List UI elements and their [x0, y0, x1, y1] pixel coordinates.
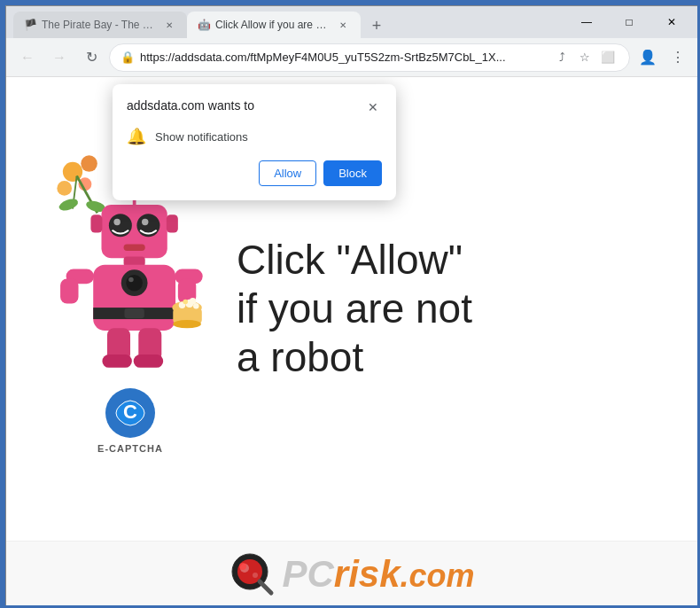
allow-button[interactable]: Allow — [259, 160, 316, 186]
minimize-button[interactable]: — — [566, 9, 607, 35]
svg-line-48 — [260, 581, 271, 593]
svg-rect-41 — [134, 355, 163, 368]
new-tab-button[interactable]: + — [364, 13, 389, 38]
website-text-line2: if you are not — [237, 285, 472, 331]
tab2-close-button[interactable]: ✕ — [336, 18, 350, 32]
lock-icon: 🔒 — [121, 51, 135, 64]
svg-point-22 — [126, 274, 143, 291]
popup-notification-row: 🔔 Show notifications — [127, 127, 382, 146]
popup-close-button[interactable]: ✕ — [364, 98, 382, 116]
tab2-favicon: 🤖 — [198, 19, 210, 31]
tab1-favicon: 🏴 — [24, 19, 36, 31]
website-text-line3: a robot — [237, 334, 363, 380]
captcha-icon: C — [104, 386, 157, 440]
tabs-area: 🏴 The Pirate Bay - The galaxy's mo ✕ 🤖 C… — [13, 6, 559, 38]
back-button[interactable]: ← — [13, 43, 42, 72]
split-view-icon[interactable]: ⬜ — [597, 47, 618, 68]
tab2-title: Click Allow if you are not a robot — [215, 19, 331, 31]
url-text: https://addsdata.com/ftMpMeyF4M0U5_yuT5S… — [140, 51, 546, 64]
svg-point-32 — [173, 320, 201, 328]
svg-rect-13 — [124, 244, 145, 250]
pcrisk-footer: PCrisk.com — [6, 541, 699, 607]
notification-label: Show notifications — [155, 130, 248, 144]
pcrisk-logo: PCrisk.com — [230, 552, 474, 596]
svg-point-12 — [142, 218, 148, 224]
svg-rect-27 — [60, 278, 78, 303]
pcrisk-risk-text: risk — [334, 553, 401, 595]
page-content: addsdata.com wants to ✕ 🔔 Show notificat… — [6, 77, 699, 607]
address-actions: ⤴ ☆ ⬜ — [551, 47, 618, 68]
svg-point-47 — [253, 573, 258, 578]
tab1-close-button[interactable]: ✕ — [162, 18, 176, 32]
maximize-button[interactable]: □ — [609, 9, 649, 35]
captcha-area: C E-CAPTCHA — [80, 378, 181, 472]
navigation-bar: ← → ↻ 🔒 https://addsdata.com/ftMpMeyF4M0… — [6, 38, 699, 77]
svg-point-49 — [239, 563, 246, 570]
svg-rect-18 — [167, 214, 178, 232]
close-button[interactable]: ✕ — [651, 9, 692, 35]
svg-point-11 — [113, 218, 120, 224]
block-button[interactable]: Block — [323, 160, 382, 186]
svg-text:C: C — [123, 401, 137, 423]
profile-icon[interactable]: 👤 — [634, 43, 662, 72]
tab-clickallow[interactable]: 🤖 Click Allow if you are not a robot ✕ — [187, 12, 361, 38]
notification-popup: addsdata.com wants to ✕ 🔔 Show notificat… — [113, 84, 396, 200]
svg-point-37 — [190, 297, 196, 303]
share-icon[interactable]: ⤴ — [551, 47, 572, 68]
svg-rect-40 — [102, 355, 131, 368]
window-controls: — □ ✕ — [566, 9, 692, 35]
popup-header: addsdata.com wants to ✕ — [127, 98, 382, 116]
svg-rect-25 — [125, 308, 144, 318]
right-nav-buttons: 👤 ⋮ — [634, 43, 692, 72]
svg-point-36 — [183, 299, 188, 304]
website-text-line1: Click "Allow" — [237, 237, 463, 283]
pcrisk-pc-text: PC — [282, 553, 333, 595]
popup-buttons: Allow Block — [127, 160, 382, 186]
tab-piratebay[interactable]: 🏴 The Pirate Bay - The galaxy's mo ✕ — [13, 12, 187, 38]
svg-point-6 — [58, 196, 80, 212]
svg-point-1 — [81, 155, 97, 172]
title-bar: 🏴 The Pirate Bay - The galaxy's mo ✕ 🤖 C… — [6, 6, 699, 38]
svg-rect-17 — [90, 214, 102, 232]
bell-icon: 🔔 — [127, 127, 146, 146]
bookmark-icon[interactable]: ☆ — [574, 47, 595, 68]
refresh-button[interactable]: ↻ — [77, 43, 105, 72]
menu-icon[interactable]: ⋮ — [664, 43, 692, 72]
svg-point-2 — [57, 181, 72, 196]
pcrisk-com-text: .com — [401, 557, 475, 594]
pcrisk-icon — [230, 552, 275, 596]
captcha-label: E-CAPTCHA — [97, 443, 163, 454]
svg-point-23 — [128, 277, 134, 282]
address-bar[interactable]: 🔒 https://addsdata.com/ftMpMeyF4M0U5_yuT… — [109, 43, 630, 72]
website-main-text: Click "Allow" if you are not a robot — [228, 236, 673, 383]
browser-window: 🏴 The Pirate Bay - The galaxy's mo ✕ 🤖 C… — [5, 5, 700, 608]
pcrisk-text: PCrisk.com — [282, 553, 474, 596]
popup-title: addsdata.com wants to — [127, 98, 254, 113]
tab1-title: The Pirate Bay - The galaxy's mo — [42, 19, 157, 31]
forward-button[interactable]: → — [45, 43, 74, 72]
